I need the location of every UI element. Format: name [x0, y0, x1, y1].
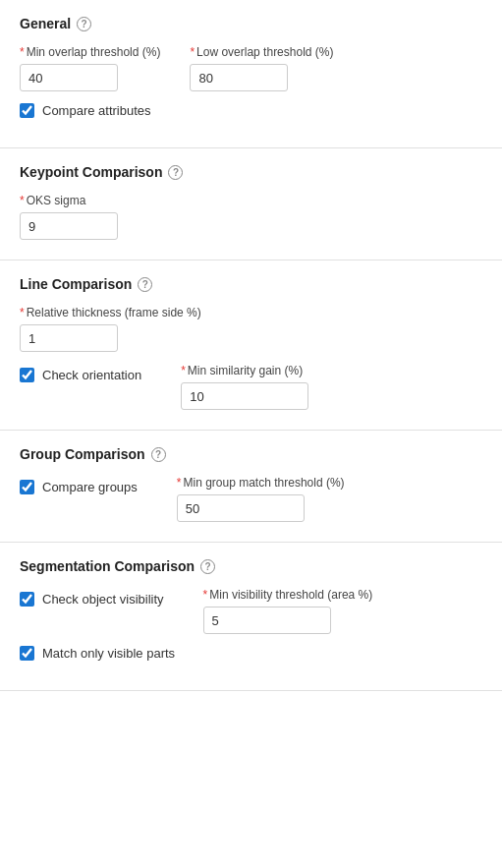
min-overlap-label: *Min overlap threshold (%): [20, 45, 160, 59]
min-similarity-label: *Min similarity gain (%): [181, 364, 308, 377]
oks-sigma-group: *OKS sigma: [20, 194, 482, 240]
oks-sigma-label: *OKS sigma: [20, 194, 482, 207]
min-visibility-label: *Min visibility threshold (area %): [203, 588, 373, 602]
relative-thickness-group: *Relative thickness (frame side %): [20, 306, 482, 352]
group-help-icon[interactable]: ?: [151, 447, 166, 462]
low-overlap-label: *Low overlap threshold (%): [190, 45, 333, 59]
min-overlap-input[interactable]: [20, 64, 118, 91]
line-help-icon[interactable]: ?: [138, 277, 152, 292]
low-overlap-group: *Low overlap threshold (%): [190, 45, 333, 91]
min-similarity-required: *: [181, 364, 186, 377]
line-comparison-inline-row: Check orientation *Min similarity gain (…: [20, 364, 482, 410]
general-help-icon[interactable]: ?: [77, 17, 91, 31]
min-group-match-label: *Min group match threshold (%): [177, 476, 345, 490]
min-overlap-required: *: [20, 45, 25, 59]
check-object-visibility-checkbox[interactable]: [20, 592, 34, 607]
relative-thickness-label: *Relative thickness (frame side %): [20, 306, 482, 319]
min-overlap-group: *Min overlap threshold (%): [20, 45, 160, 91]
match-only-visible-checkbox[interactable]: [20, 646, 34, 661]
check-object-visibility-row: Check object visibility: [20, 592, 164, 607]
min-similarity-input[interactable]: [181, 382, 308, 410]
compare-attributes-checkbox[interactable]: [20, 103, 34, 118]
check-orientation-row: Check orientation: [20, 368, 141, 382]
general-fields-row: *Min overlap threshold (%) *Low overlap …: [20, 45, 482, 91]
group-title-text: Group Comparison: [20, 446, 145, 462]
general-section-title: General ?: [20, 16, 482, 31]
min-visibility-threshold-group: *Min visibility threshold (area %): [203, 588, 373, 634]
low-overlap-input[interactable]: [190, 64, 288, 91]
line-section-title: Line Comparison ?: [20, 276, 482, 292]
low-overlap-required: *: [190, 45, 195, 59]
segmentation-inline-row: Check object visibility *Min visibility …: [20, 588, 482, 634]
min-group-match-input[interactable]: [177, 494, 305, 522]
keypoint-title-text: Keypoint Comparison: [20, 164, 162, 180]
compare-groups-label[interactable]: Compare groups: [42, 480, 138, 494]
compare-groups-checkbox[interactable]: [20, 480, 34, 494]
keypoint-section-title: Keypoint Comparison ?: [20, 164, 482, 180]
segmentation-section-title: Segmentation Comparison ?: [20, 558, 482, 574]
segmentation-help-icon[interactable]: ?: [200, 559, 215, 574]
general-section: General ? *Min overlap threshold (%) *Lo…: [0, 0, 502, 148]
group-section-title: Group Comparison ?: [20, 446, 482, 462]
group-comparison-section: Group Comparison ? Compare groups *Min g…: [0, 431, 502, 543]
check-object-visibility-label[interactable]: Check object visibility: [42, 592, 164, 607]
keypoint-help-icon[interactable]: ?: [168, 165, 183, 180]
compare-attributes-row: Compare attributes: [20, 103, 482, 118]
min-visibility-required: *: [203, 588, 208, 602]
relative-thickness-required: *: [20, 306, 25, 319]
segmentation-comparison-section: Segmentation Comparison ? Check object v…: [0, 543, 502, 691]
oks-sigma-required: *: [20, 194, 25, 207]
min-group-match-group: *Min group match threshold (%): [177, 476, 345, 522]
min-visibility-input[interactable]: [203, 607, 331, 634]
general-title-text: General: [20, 16, 71, 31]
oks-sigma-input[interactable]: [20, 212, 118, 240]
compare-groups-row: Compare groups: [20, 480, 138, 494]
group-comparison-inline-row: Compare groups *Min group match threshol…: [20, 476, 482, 522]
min-similarity-group: *Min similarity gain (%): [181, 364, 308, 410]
line-title-text: Line Comparison: [20, 276, 132, 292]
match-only-visible-label[interactable]: Match only visible parts: [42, 646, 175, 661]
min-group-match-required: *: [177, 476, 182, 490]
check-orientation-label[interactable]: Check orientation: [42, 368, 141, 382]
line-comparison-section: Line Comparison ? *Relative thickness (f…: [0, 260, 502, 431]
relative-thickness-input[interactable]: [20, 324, 118, 352]
keypoint-comparison-section: Keypoint Comparison ? *OKS sigma: [0, 148, 502, 260]
check-orientation-checkbox[interactable]: [20, 368, 34, 382]
compare-attributes-label[interactable]: Compare attributes: [42, 103, 151, 118]
segmentation-title-text: Segmentation Comparison: [20, 558, 195, 574]
match-only-visible-row: Match only visible parts: [20, 646, 482, 661]
